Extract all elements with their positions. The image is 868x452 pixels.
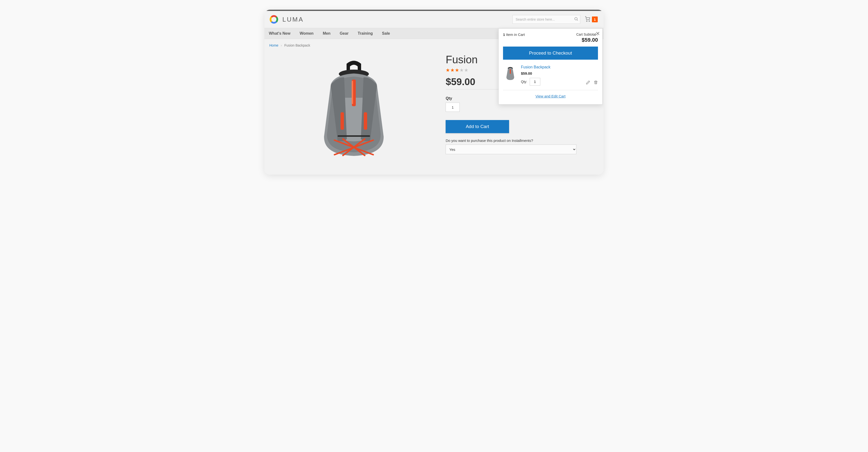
minicart-subtotal-label: Cart Subtotal : xyxy=(577,32,598,36)
breadcrumb-home[interactable]: Home xyxy=(269,44,278,47)
svg-point-7 xyxy=(589,21,590,22)
nav-men[interactable]: Men xyxy=(323,31,331,36)
cart-button[interactable]: 1 xyxy=(585,16,598,23)
svg-rect-18 xyxy=(510,69,511,74)
minicart-item-thumb[interactable] xyxy=(503,65,518,82)
svg-point-6 xyxy=(587,21,587,22)
site-header: LUMA 1 xyxy=(265,11,603,28)
edit-icon[interactable] xyxy=(586,80,590,86)
minicart-view-cart: View and Edit Cart xyxy=(503,94,598,98)
minicart-item: Fusion Backpack $59.00 Qty: xyxy=(503,65,598,90)
brand-text: LUMA xyxy=(282,16,304,23)
minicart-qty-input[interactable] xyxy=(530,78,540,86)
minicart-item-price: $59.00 xyxy=(521,71,583,76)
minicart-qty-label: Qty: xyxy=(521,80,527,84)
svg-rect-11 xyxy=(341,112,344,130)
nav-sale[interactable]: Sale xyxy=(382,31,390,36)
nav-whats-new[interactable]: What's New xyxy=(269,31,290,36)
minicart-item-name[interactable]: Fusion Backpack xyxy=(521,65,551,69)
nav-women[interactable]: Women xyxy=(300,31,313,36)
nav-gear[interactable]: Gear xyxy=(340,31,348,36)
nav-training[interactable]: Training xyxy=(358,31,373,36)
close-icon[interactable]: ✕ xyxy=(595,31,600,37)
qty-input[interactable] xyxy=(445,103,460,112)
installments-label: Do you want to purchase this product on … xyxy=(445,138,599,143)
site-logo[interactable]: LUMA xyxy=(269,14,304,25)
minicart-popover: ✕ 1 Item in Cart Cart Subtotal : $59.00 … xyxy=(498,28,602,105)
trash-icon[interactable] xyxy=(594,80,598,86)
installments-select[interactable]: Yes xyxy=(445,144,577,154)
minicart-items-line: 1 Item in Cart xyxy=(503,32,525,37)
svg-rect-10 xyxy=(352,81,353,104)
search-input[interactable] xyxy=(513,15,580,24)
add-to-cart-button[interactable]: Add to Cart xyxy=(445,120,509,133)
product-image xyxy=(302,57,406,158)
breadcrumb-current: Fusion Backpack xyxy=(284,44,310,47)
svg-rect-12 xyxy=(364,112,367,130)
luma-logo-icon xyxy=(269,14,279,25)
svg-rect-13 xyxy=(338,135,370,137)
view-edit-cart-link[interactable]: View and Edit Cart xyxy=(535,94,565,98)
cart-icon xyxy=(585,16,590,23)
minicart-subtotal-amount: $59.00 xyxy=(577,37,598,43)
product-media xyxy=(269,52,438,158)
proceed-to-checkout-button[interactable]: Proceed to Checkout xyxy=(503,47,598,60)
cart-count-badge: 1 xyxy=(592,17,598,22)
chevron-right-icon: › xyxy=(281,44,282,47)
